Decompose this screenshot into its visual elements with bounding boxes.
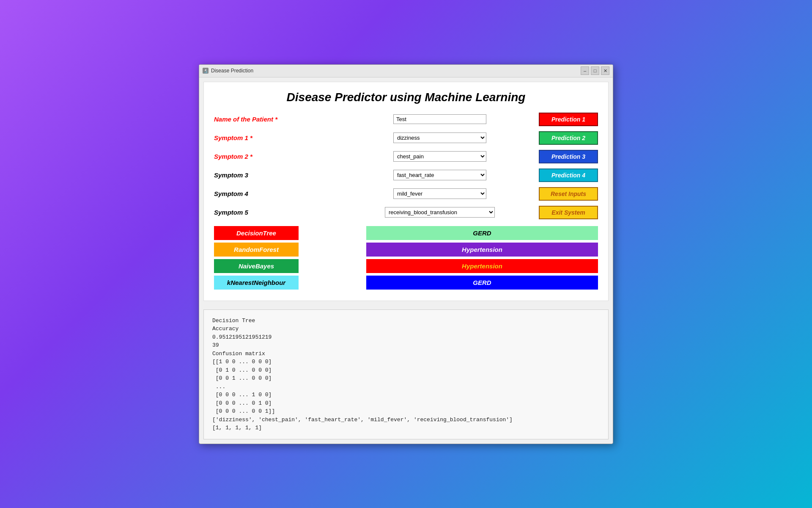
result-row-nb: NaiveBayes Hypertension (214, 259, 598, 273)
prediction3-button[interactable]: Prediction 3 (539, 150, 598, 163)
symptom3-row: Symptom 3 fast_heart_rate Prediction 4 (214, 168, 598, 182)
patient-name-label: Name of the Patient * (214, 116, 349, 123)
patient-name-row: Name of the Patient * Prediction 1 (214, 113, 598, 126)
symptom3-select[interactable]: fast_heart_rate (393, 170, 486, 180)
symptom1-row: Symptom 1 * dizziness Prediction 2 (214, 131, 598, 145)
result-nb-value: Hypertension (366, 259, 598, 273)
symptom3-input-area: fast_heart_rate (349, 170, 530, 180)
pred1-area: Prediction 1 (530, 113, 598, 126)
result-dt-value: GERD (366, 226, 598, 240)
symptom1-label: Symptom 1 * (214, 134, 349, 141)
minimize-button[interactable]: – (581, 66, 589, 75)
exit-button[interactable]: Exit System (539, 206, 598, 219)
maximize-button[interactable]: □ (591, 66, 599, 75)
algo-knn-label: kNearestNeighbour (214, 276, 299, 290)
symptom4-row: Symptom 4 mild_fever Reset Inputs (214, 187, 598, 201)
symptom2-select[interactable]: chest_pain (393, 151, 486, 162)
symptom3-label: Symptom 3 (214, 171, 349, 179)
results-section: DecisionTree GERD RandomForest Hypertens… (214, 226, 598, 290)
pred3-area: Prediction 3 (530, 150, 598, 163)
result-row-dt: DecisionTree GERD (214, 226, 598, 240)
titlebar: 🔬 Disease Prediction – □ ✕ (199, 65, 613, 77)
close-button[interactable]: ✕ (601, 66, 609, 75)
exit-area: Exit System (530, 206, 598, 219)
prediction2-button[interactable]: Prediction 2 (539, 131, 598, 145)
result-row-rf: RandomForest Hypertension (214, 243, 598, 257)
app-title: Disease Predictor using Machine Learning (214, 91, 598, 104)
symptom1-input-area: dizziness (349, 133, 530, 143)
symptom4-label: Symptom 4 (214, 190, 349, 197)
pred4-area: Prediction 4 (530, 168, 598, 182)
symptom2-label: Symptom 2 * (214, 153, 349, 160)
prediction4-button[interactable]: Prediction 4 (539, 168, 598, 182)
algo-nb-label: NaiveBayes (214, 259, 299, 273)
patient-name-input-area (349, 114, 530, 124)
symptom4-select[interactable]: mild_fever (393, 188, 486, 199)
main-window: 🔬 Disease Prediction – □ ✕ Disease Predi… (199, 64, 613, 444)
window-title: Disease Prediction (211, 68, 253, 74)
main-panel: Disease Predictor using Machine Learning… (203, 82, 609, 301)
titlebar-controls[interactable]: – □ ✕ (581, 66, 609, 75)
algo-dt-label: DecisionTree (214, 226, 299, 240)
result-row-knn: kNearestNeighbour GERD (214, 276, 598, 290)
result-rf-value: Hypertension (366, 243, 598, 257)
log-output: Decision Tree Accuracy 0.951219512195121… (203, 309, 609, 439)
prediction1-button[interactable]: Prediction 1 (539, 113, 598, 126)
symptom5-label: Symptom 5 (214, 209, 349, 216)
app-icon: 🔬 (203, 68, 208, 74)
patient-name-input[interactable] (393, 114, 486, 124)
symptom5-input-area: receiving_blood_transfusion (349, 207, 530, 218)
titlebar-left: 🔬 Disease Prediction (203, 68, 253, 74)
algo-rf-label: RandomForest (214, 243, 299, 257)
symptom1-select[interactable]: dizziness (393, 133, 486, 143)
symptom2-input-area: chest_pain (349, 151, 530, 162)
reset-area: Reset Inputs (530, 187, 598, 201)
reset-button[interactable]: Reset Inputs (539, 187, 598, 201)
pred2-area: Prediction 2 (530, 131, 598, 145)
symptom2-row: Symptom 2 * chest_pain Prediction 3 (214, 150, 598, 163)
result-knn-value: GERD (366, 276, 598, 290)
symptom4-input-area: mild_fever (349, 188, 530, 199)
symptom5-select[interactable]: receiving_blood_transfusion (385, 207, 495, 218)
symptom5-row: Symptom 5 receiving_blood_transfusion Ex… (214, 206, 598, 219)
